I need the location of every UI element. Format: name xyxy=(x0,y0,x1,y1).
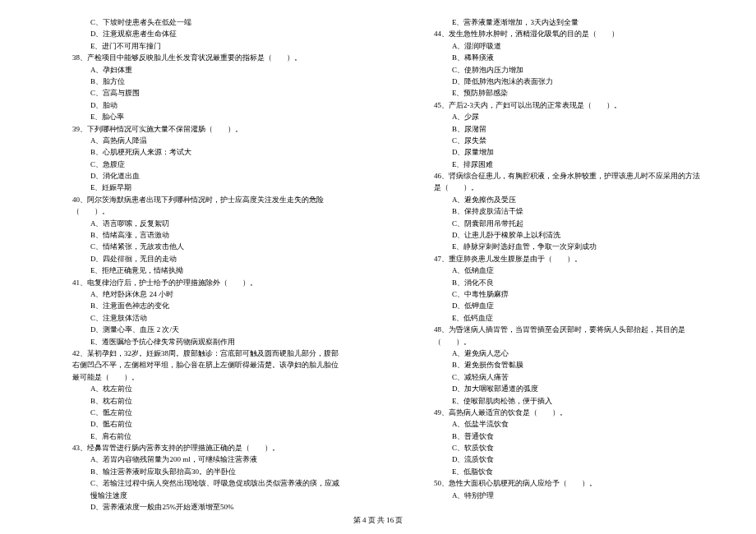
question-text: 经鼻胃管进行肠内营养支持的护理措施正确的是（ ）。 xyxy=(87,444,279,452)
option-text: E、低钙血症 xyxy=(411,312,707,324)
question-text: 高热病人最适宜的饮食是（ ）。 xyxy=(449,408,567,417)
question-49: 49、高热病人最适宜的饮食是（ ）。 xyxy=(411,407,707,418)
question-text: 急性大面积心肌梗死的病人应给予（ ）。 xyxy=(449,479,597,487)
option-text: E、排尿困难 xyxy=(411,159,707,170)
option-text: C、使肺泡内压力增加 xyxy=(411,64,707,76)
option-text: B、稀释痰液 xyxy=(411,52,707,63)
option-text: C、急腹症 xyxy=(49,159,345,170)
option-text: C、下坡时使患者头在低处一端 xyxy=(49,16,345,28)
question-text: 下列哪种情况可实施大量不保留灌肠（ ）。 xyxy=(87,125,242,133)
question-text: 电复律治疗后，护士给予的护理措施除外（ ）。 xyxy=(87,279,257,287)
option-text: B、输注营养液时应取头部抬高30。的半卧位 xyxy=(49,466,345,477)
left-column: C、下坡时使患者头在低处一端 D、注意观察患者生命体征 E、进门不可用车撞门 3… xyxy=(49,16,345,513)
option-text: B、避免损伤食管黏膜 xyxy=(411,359,707,371)
option-text: D、尿量增加 xyxy=(411,146,707,158)
option-text: B、普通饮食 xyxy=(411,430,707,442)
option-text: D、降低肺泡内泡沫的表面张力 xyxy=(411,76,707,87)
option-text: C、注意肢体活动 xyxy=(49,312,345,324)
question-47: 47、重症肺炎患儿发生腹胀是由于（ ）。 xyxy=(411,253,707,265)
question-text: 阿尔茨海默病患者出现下列哪种情况时，护士应高度关注发生走失的危险（ ）。 xyxy=(72,196,324,215)
question-text: 某初孕妇，32岁。妊娠38周。腹部触诊：宫底部可触及圆而硬胎儿部分，腹部右侧凹凸… xyxy=(72,349,339,381)
option-text: C、宫高与腹围 xyxy=(49,87,345,99)
question-num: 50、 xyxy=(434,479,449,487)
question-text: 为昏迷病人插胃管，当胃管插至会厌部时，要将病人头部抬起，其目的是（ ）。 xyxy=(434,325,685,345)
option-text: E、低脂饮食 xyxy=(411,466,707,477)
option-text: C、情绪紧张，无故攻击他人 xyxy=(49,241,345,252)
question-38: 38、产检项目中能够反映胎儿生长发育状况最重要的指标是（ ）。 xyxy=(49,52,345,63)
option-text: A、绝对卧床休息 24 小时 xyxy=(49,288,345,300)
question-50: 50、急性大面积心肌梗死的病人应给予（ ）。 xyxy=(411,477,707,489)
option-text: B、心肌梗死病人来源：考试大 xyxy=(49,146,345,158)
option-text: B、保持皮肤清洁干燥 xyxy=(411,205,707,217)
question-num: 49、 xyxy=(434,408,449,417)
question-num: 40、 xyxy=(72,196,87,204)
option-text: C、减轻病人痛苦 xyxy=(411,371,707,383)
question-num: 45、 xyxy=(434,101,449,109)
option-text: A、枕左前位 xyxy=(49,383,345,394)
question-40: 40、阿尔茨海默病患者出现下列哪种情况时，护士应高度关注发生走失的危险（ ）。 xyxy=(49,194,345,218)
question-42: 42、某初孕妇，32岁。妊娠38周。腹部触诊：宫底部可触及圆而硬胎儿部分，腹部右… xyxy=(49,348,345,383)
option-text: B、消化不良 xyxy=(411,277,707,288)
option-text: A、低盐半流饮食 xyxy=(411,418,707,430)
option-text: D、胎动 xyxy=(49,99,345,111)
option-text: A、低钠血症 xyxy=(411,265,707,276)
question-num: 38、 xyxy=(72,53,87,62)
option-text: D、消化道出血 xyxy=(49,170,345,182)
option-text: C、骶左前位 xyxy=(49,407,345,418)
option-text: A、高热病人降温 xyxy=(49,135,345,146)
option-text: B、注意面色神志的变化 xyxy=(49,300,345,311)
option-text: D、测量心率、血压 2 次/天 xyxy=(49,324,345,335)
option-text: A、特别护理 xyxy=(411,490,707,501)
option-text: D、注意观察患者生命体征 xyxy=(49,28,345,39)
option-text: E、拒绝正确意见，情绪执拗 xyxy=(49,265,345,276)
option-text: E、妊娠早期 xyxy=(49,182,345,193)
question-text: 产后2-3天内，产妇可以出现的正常表现是（ ）。 xyxy=(449,101,621,109)
option-text: E、使喉部肌肉松弛，便于插入 xyxy=(411,395,707,407)
question-num: 47、 xyxy=(434,255,449,263)
question-num: 43、 xyxy=(72,444,87,452)
right-column: E、营养液量逐渐增加，3天内达到全量 44、发生急性肺水肿时，酒精湿化吸氧的目的… xyxy=(411,16,707,513)
option-text: E、肩右前位 xyxy=(49,430,345,442)
option-text: D、骶右前位 xyxy=(49,418,345,430)
option-text: B、胎方位 xyxy=(49,76,345,87)
option-text: B、枕右前位 xyxy=(49,395,345,407)
option-text: A、湿润呼吸道 xyxy=(411,40,707,52)
question-39: 39、下列哪种情况可实施大量不保留灌肠（ ）。 xyxy=(49,123,345,135)
option-text: C、中毒性肠麻痹 xyxy=(411,288,707,300)
option-text: A、避免病人恶心 xyxy=(411,348,707,359)
option-text: E、胎心率 xyxy=(49,111,345,122)
question-num: 39、 xyxy=(72,125,87,133)
option-text: C、尿失禁 xyxy=(411,135,707,146)
question-num: 46、 xyxy=(434,172,449,180)
option-text: B、尿潴留 xyxy=(411,123,707,135)
option-text: D、让患儿卧于橡胶单上以利清洗 xyxy=(411,229,707,241)
option-text: E、营养液量逐渐增加，3天内达到全量 xyxy=(411,16,707,28)
question-text: 重症肺炎患儿发生腹胀是由于（ ）。 xyxy=(449,255,582,263)
option-text: A、避免擦伤及受压 xyxy=(411,194,707,205)
option-text: A、语言啰嗦，反复絮叨 xyxy=(49,218,345,229)
question-num: 44、 xyxy=(434,30,449,38)
question-num: 48、 xyxy=(434,325,449,334)
option-text: A、少尿 xyxy=(411,111,707,122)
question-41: 41、电复律治疗后，护士给予的护理措施除外（ ）。 xyxy=(49,277,345,288)
option-text: E、预防肺部感染 xyxy=(411,87,707,99)
option-text: C、若输注过程中病人突然出现呛咳、呼吸急促或咳出类似营养液的痰，应减慢输注速度 xyxy=(49,477,345,501)
question-text: 肾病综合征患儿，有胸腔积液，全身水肿较重，护理该患儿时不应采用的方法是（ ）。 xyxy=(434,172,700,191)
question-num: 42、 xyxy=(72,349,87,357)
question-46: 46、肾病综合征患儿，有胸腔积液，全身水肿较重，护理该患儿时不应采用的方法是（ … xyxy=(411,170,707,194)
option-text: C、软质饮食 xyxy=(411,442,707,453)
option-text: E、遵医嘱给予抗心律失常药物病观察副作用 xyxy=(49,336,345,348)
question-43: 43、经鼻胃管进行肠内营养支持的护理措施正确的是（ ）。 xyxy=(49,442,345,453)
question-num: 41、 xyxy=(72,279,87,287)
question-text: 产检项目中能够反映胎儿生长发育状况最重要的指标是（ ）。 xyxy=(87,53,302,62)
option-text: D、低钾血症 xyxy=(411,300,707,311)
option-text: E、静脉穿刺时选好血管，争取一次穿刺成功 xyxy=(411,241,707,252)
option-text: E、进门不可用车撞门 xyxy=(49,40,345,52)
option-text: D、营养液浓度一般由25%开始逐渐增至50% xyxy=(49,501,345,513)
option-text: C、阴囊部用吊带托起 xyxy=(411,218,707,229)
question-44: 44、发生急性肺水肿时，酒精湿化吸氧的目的是（ ） xyxy=(411,28,707,39)
question-text: 发生急性肺水肿时，酒精湿化吸氧的目的是（ ） xyxy=(449,30,619,38)
question-45: 45、产后2-3天内，产妇可以出现的正常表现是（ ）。 xyxy=(411,99,707,111)
question-48: 48、为昏迷病人插胃管，当胃管插至会厌部时，要将病人头部抬起，其目的是（ ）。 xyxy=(411,324,707,348)
option-text: B、情绪高涨，言语激动 xyxy=(49,229,345,241)
